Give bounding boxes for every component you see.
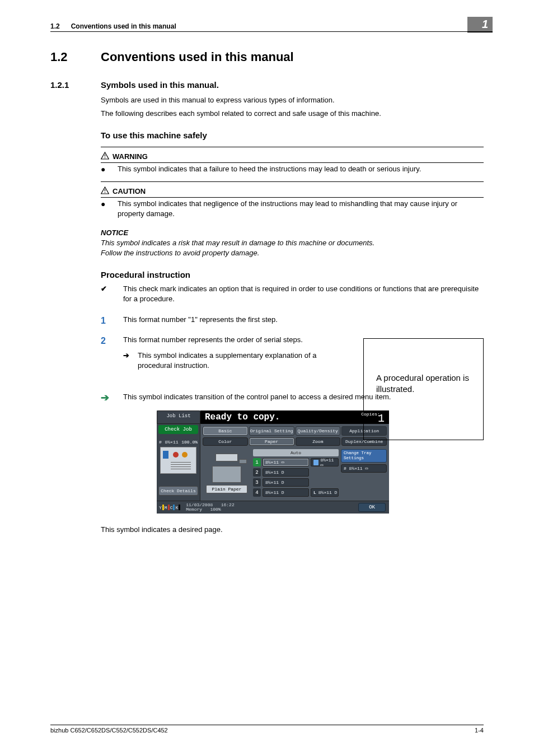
step-2-text: This format number represents the order … xyxy=(123,335,349,347)
safely-heading: To use this machine safely xyxy=(101,130,484,140)
warning-body: ● This symbol indicates that a failure t… xyxy=(101,164,484,175)
footer-product: bizhub C652/C652DS/C552/C552DS/C452 xyxy=(50,727,168,734)
step-number-1: 1 xyxy=(101,315,114,327)
rule xyxy=(101,147,484,147)
arrow-icon: ➔ xyxy=(123,351,132,370)
sub-arrow-text: This symbol indicates a supplementary ex… xyxy=(138,351,349,370)
menu-transition-text: This symbol indicates transition of the … xyxy=(123,393,391,401)
panel-job-list-tab[interactable]: Job List xyxy=(157,410,200,424)
section-heading-num: 1.2 xyxy=(50,50,101,64)
step-number-2: 2 xyxy=(101,335,114,347)
panel-copies: Copies: 1 xyxy=(352,410,389,424)
subsection-heading-title: Symbols used in this manual. xyxy=(101,80,219,90)
warning-label: WARNING xyxy=(113,152,148,161)
panel-toner-levels: Y M C K xyxy=(157,503,182,512)
printer-icon xyxy=(209,451,245,483)
section-heading-title: Conventions used in this manual xyxy=(101,50,294,64)
panel-subtab-paper[interactable]: Paper xyxy=(249,437,294,446)
panel-check-job-button[interactable]: Check Job xyxy=(158,425,198,434)
intro-paragraph-2: The following describes each symbol rela… xyxy=(101,109,484,119)
intro-paragraph-1: Symbols are used in this manual to expre… xyxy=(101,95,484,105)
closing-paragraph: This symbol indicates a desired page. xyxy=(101,525,484,535)
subsection-heading-num: 1.2.1 xyxy=(50,80,101,90)
svg-point-5 xyxy=(105,192,106,193)
panel-copies-value: 1 xyxy=(378,412,385,425)
panel-paper-type-button[interactable]: Plain Paper xyxy=(206,485,248,493)
panel-tray-2[interactable]: 8½×11 D xyxy=(263,468,309,477)
svg-point-2 xyxy=(105,157,106,158)
warning-icon xyxy=(101,152,109,161)
panel-tab-basic[interactable]: Basic xyxy=(203,426,248,436)
rule xyxy=(101,162,484,163)
panel-tray-number[interactable]: 1 xyxy=(253,458,261,466)
menu-arrow-icon: ➔ xyxy=(101,393,114,403)
running-header-title: Conventions used in this manual xyxy=(71,22,176,30)
illustration-text: A procedural operation is illustrated. xyxy=(376,373,469,394)
panel-tray-number[interactable]: 3 xyxy=(253,478,261,487)
panel-subtab-zoom[interactable]: Zoom xyxy=(296,437,341,446)
caution-icon xyxy=(101,186,109,196)
warning-heading: WARNING xyxy=(101,152,484,161)
bullet-icon: ● xyxy=(101,199,118,218)
panel-subtab-color[interactable]: Color xyxy=(203,437,248,446)
panel-tray-4[interactable]: 8½×11 D xyxy=(263,488,309,497)
bullet-icon: ● xyxy=(101,164,118,175)
feeder-icon xyxy=(313,460,318,465)
caution-body: ● This symbol indicates that negligence … xyxy=(101,199,484,218)
rule xyxy=(101,197,484,198)
panel-tray-number[interactable]: 2 xyxy=(253,468,261,477)
panel-mini-status: # 8½×11 100.0% xyxy=(157,438,200,446)
panel-change-tray-button[interactable]: Change Tray Settings xyxy=(341,449,387,462)
control-panel-screenshot: Job List Ready to copy. Copies: 1 Check … xyxy=(157,410,389,514)
panel-tab-original[interactable]: Original Setting xyxy=(249,426,294,436)
running-header-num: 1.2 xyxy=(50,22,60,30)
warning-text: This symbol indicates that a failure to … xyxy=(118,164,421,175)
check-icon: ✔ xyxy=(101,284,114,304)
panel-copies-label: Copies: xyxy=(361,412,380,417)
procedural-heading: Procedural instruction xyxy=(101,270,484,279)
chapter-tab: 1 xyxy=(467,17,493,32)
check-text: This check mark indicates an option that… xyxy=(123,284,484,304)
caution-label: CAUTION xyxy=(113,187,146,195)
footer-page-number: 1-4 xyxy=(475,727,484,734)
panel-tab-quality[interactable]: Quality/Density xyxy=(296,426,341,436)
page-footer: bizhub C652/C652DS/C552/C552DS/C452 1-4 xyxy=(50,725,484,734)
check-row: ✔ This check mark indicates an option th… xyxy=(101,284,484,304)
panel-change-size-button[interactable]: # 8½×11 ▭ xyxy=(341,464,387,473)
panel-tray-side[interactable]: 8½×11 ▭ xyxy=(311,458,339,466)
running-header: 1.2 Conventions used in this manual xyxy=(50,22,484,32)
panel-ok-button[interactable]: OK xyxy=(358,503,386,512)
panel-status-message: Ready to copy. xyxy=(200,410,352,424)
panel-footer-info: 11/03/2008 16:22 Memory 100% xyxy=(182,502,358,514)
subsection-heading: 1.2.1 Symbols used in this manual. xyxy=(50,80,484,90)
notice-label: NOTICE xyxy=(101,228,484,237)
notice-line-1: This symbol indicates a risk that may re… xyxy=(101,238,484,248)
caution-text: This symbol indicates that negligence of… xyxy=(118,199,484,218)
notice-line-2: Follow the instructions to avoid propert… xyxy=(101,248,484,258)
step-1-row: 1 This format number "1" represents the … xyxy=(101,315,484,327)
panel-tray-1[interactable]: 8½×11 ▭ xyxy=(263,458,309,466)
caution-heading: CAUTION xyxy=(101,186,484,196)
panel-tray-side[interactable]: L8½×11 D xyxy=(311,488,339,497)
section-heading: 1.2 Conventions used in this manual xyxy=(50,50,484,64)
panel-preview-icon xyxy=(160,447,196,474)
panel-check-details-button[interactable]: Check Details xyxy=(158,486,198,496)
panel-auto-button[interactable]: Auto xyxy=(253,449,339,456)
panel-tray-3[interactable]: 8½×11 D xyxy=(263,478,309,487)
panel-tray-number[interactable]: 4 xyxy=(253,488,261,497)
rule xyxy=(101,181,484,182)
step-1-text: This format number "1" represents the fi… xyxy=(123,315,484,327)
